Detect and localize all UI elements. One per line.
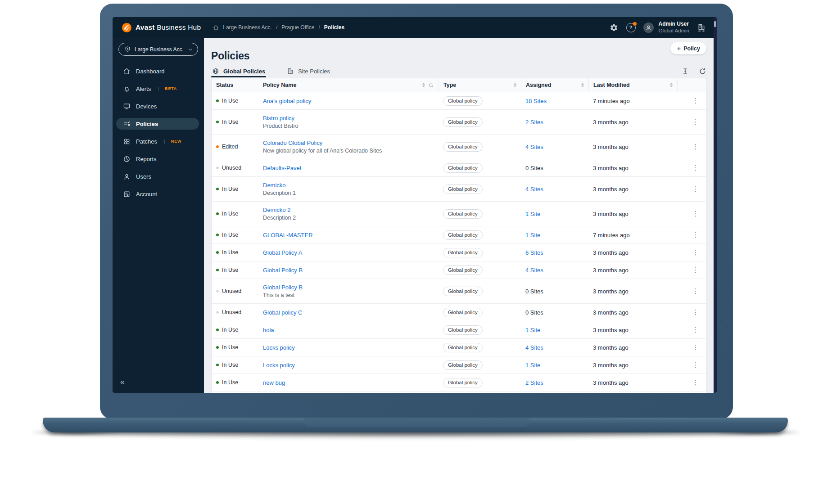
sidebar-collapse-icon[interactable] xyxy=(120,378,124,387)
assigned-sites-link[interactable]: 2 Sites xyxy=(525,119,543,126)
kebab-menu-icon[interactable]: ⋮ xyxy=(689,116,701,127)
policy-name-link[interactable]: Bistro policy xyxy=(263,115,294,122)
sort-icon[interactable] xyxy=(422,83,425,87)
table-row[interactable]: In Use Locks policy Global policy 4 Site… xyxy=(212,339,706,356)
settings-gear-icon[interactable] xyxy=(610,23,619,32)
kebab-menu-icon[interactable]: ⋮ xyxy=(689,229,701,240)
header-status[interactable]: Status xyxy=(212,78,259,92)
policy-name-link[interactable]: Global policy C xyxy=(263,309,302,316)
kebab-menu-icon[interactable]: ⋮ xyxy=(689,342,701,353)
new-badge: NEW xyxy=(171,139,181,144)
policy-name-link[interactable]: Global Policy B xyxy=(263,267,303,274)
policy-name-link[interactable]: new bug xyxy=(263,379,285,386)
assigned-sites-link[interactable]: 18 Sites xyxy=(525,98,547,104)
policy-name-link[interactable]: Global Policy B xyxy=(263,284,303,291)
sidebar-item-dashboard[interactable]: Dashboard xyxy=(116,65,199,77)
kebab-menu-icon[interactable]: ⋮ xyxy=(689,324,701,335)
text-cursor-icon[interactable] xyxy=(681,67,689,75)
policy-name-link[interactable]: Locks policy xyxy=(263,344,295,351)
assigned-sites-link[interactable]: 4 Sites xyxy=(525,344,543,351)
last-modified: 3 months ago xyxy=(588,327,677,333)
scrollbar-track[interactable] xyxy=(714,17,717,393)
table-row[interactable]: Unused Global Policy B This is a test Gl… xyxy=(212,279,706,304)
sort-icon[interactable] xyxy=(581,83,584,87)
tab-global-policies[interactable]: Global Policies xyxy=(211,65,266,77)
avatar[interactable] xyxy=(643,22,654,33)
table-row[interactable]: In Use New global defaults Global policy… xyxy=(212,392,706,393)
policy-name-link[interactable]: Demicko 2 xyxy=(263,207,290,213)
policy-name-link[interactable]: Demicko xyxy=(263,182,286,189)
assigned-sites-link[interactable]: 0 Sites xyxy=(525,288,543,295)
brand-logo[interactable]: Avast Business Hub xyxy=(113,23,201,32)
sidebar-item-users[interactable]: Users xyxy=(116,171,199,182)
table-row[interactable]: In Use new bug Global policy 2 Sites 3 m… xyxy=(212,374,706,392)
assigned-sites-link[interactable]: 0 Sites xyxy=(525,165,543,171)
policy-name-link[interactable]: Ana's global policy xyxy=(263,98,311,104)
kebab-menu-icon[interactable]: ⋮ xyxy=(689,162,701,173)
sort-icon[interactable] xyxy=(514,83,516,87)
kebab-menu-icon[interactable]: ⋮ xyxy=(689,285,701,297)
kebab-menu-icon[interactable]: ⋮ xyxy=(689,95,701,106)
kebab-menu-icon[interactable]: ⋮ xyxy=(689,183,701,194)
assigned-sites-link[interactable]: 4 Sites xyxy=(525,186,543,193)
sidebar-item-account[interactable]: Account xyxy=(116,188,199,200)
kebab-menu-icon[interactable]: ⋮ xyxy=(689,359,701,370)
kebab-menu-icon[interactable]: ⋮ xyxy=(689,377,701,388)
refresh-icon[interactable] xyxy=(698,67,706,75)
tab-site-policies[interactable]: Site Policies xyxy=(286,65,331,77)
table-row[interactable]: In Use GLOBAL-MASTER Global policy 1 Sit… xyxy=(212,226,706,244)
table-row[interactable]: In Use Demicko Description 1 Global poli… xyxy=(212,177,706,202)
assigned-sites-link[interactable]: 1 Site xyxy=(525,232,540,238)
policy-name-link[interactable]: Defaults-Pavel xyxy=(263,165,301,171)
sidebar-item-patches[interactable]: Patches | NEW xyxy=(116,135,199,147)
org-switcher-icon[interactable] xyxy=(697,23,706,32)
status-cell: In Use xyxy=(212,98,259,104)
header-assigned[interactable]: Assigned xyxy=(521,78,588,92)
help-icon[interactable]: ? xyxy=(626,23,636,32)
kebab-menu-icon[interactable]: ⋮ xyxy=(689,264,701,275)
policy-name-link[interactable]: Global Policy A xyxy=(263,249,302,256)
add-policy-button[interactable]: + Policy xyxy=(670,42,706,54)
assigned-sites-link[interactable]: 2 Sites xyxy=(525,379,543,386)
search-icon[interactable] xyxy=(428,82,434,88)
table-row[interactable]: In Use Global Policy B Global policy 4 S… xyxy=(212,261,706,279)
kebab-menu-icon[interactable]: ⋮ xyxy=(689,247,701,258)
policy-name-link[interactable]: Colorado Global Policy xyxy=(263,140,322,146)
table-row[interactable]: In Use Demicko 2 Description 2 Global po… xyxy=(212,202,706,226)
kebab-menu-icon[interactable]: ⋮ xyxy=(689,208,701,219)
policy-name-link[interactable]: GLOBAL-MASTER xyxy=(263,232,313,238)
table-row[interactable]: In Use Ana's global policy Global policy… xyxy=(212,92,706,110)
table-row[interactable]: Unused Global policy C Global policy 0 S… xyxy=(212,304,706,321)
policy-name-link[interactable]: hola xyxy=(263,327,274,333)
sidebar-item-policies[interactable]: Policies xyxy=(116,118,199,130)
sidebar-item-alerts[interactable]: Alerts | BETA xyxy=(116,83,199,94)
user-info[interactable]: Admin User Global Admin xyxy=(659,21,689,34)
table-row[interactable]: In Use Global Policy A Global policy 6 S… xyxy=(212,244,706,261)
kebab-menu-icon[interactable]: ⋮ xyxy=(689,306,701,318)
kebab-menu-icon[interactable]: ⋮ xyxy=(689,141,701,152)
assigned-sites-link[interactable]: 1 Site xyxy=(525,362,540,369)
account-selector[interactable]: Large Business Acc. xyxy=(118,43,198,56)
table-row[interactable]: Edited Colorado Global Policy New global… xyxy=(212,135,706,159)
assigned-sites-link[interactable]: 4 Sites xyxy=(525,144,543,150)
assigned-sites-link[interactable]: 6 Sites xyxy=(525,249,543,256)
breadcrumb-account[interactable]: Large Business Acc. xyxy=(223,24,272,31)
sort-icon[interactable] xyxy=(670,83,673,87)
breadcrumb-site[interactable]: Prague Office xyxy=(281,24,314,31)
table-row[interactable]: In Use hola Global policy 1 Site 3 month… xyxy=(212,321,706,339)
assigned-sites-link[interactable]: 4 Sites xyxy=(525,267,543,274)
assigned-sites-link[interactable]: 1 Site xyxy=(525,211,540,217)
scrollbar-thumb[interactable] xyxy=(714,21,716,27)
assigned-sites-link[interactable]: 1 Site xyxy=(525,327,540,333)
header-policy-name[interactable]: Policy Name xyxy=(259,78,439,92)
table-row[interactable]: Unused Defaults-Pavel Global policy 0 Si… xyxy=(212,159,706,177)
table-row[interactable]: In Use Bistro policy Product Bistro Glob… xyxy=(212,110,706,135)
assigned-sites-link[interactable]: 0 Sites xyxy=(525,309,543,316)
header-last-modified[interactable]: Last Modified xyxy=(588,78,677,92)
sidebar-item-devices[interactable]: Devices xyxy=(116,100,199,112)
table-row[interactable]: In Use Locks policy Global policy 1 Site… xyxy=(212,356,706,374)
policy-name-link[interactable]: Locks policy xyxy=(263,362,295,369)
header-type[interactable]: Type xyxy=(439,78,521,92)
sidebar-item-reports[interactable]: Reports xyxy=(116,153,199,165)
home-icon[interactable] xyxy=(213,25,219,31)
